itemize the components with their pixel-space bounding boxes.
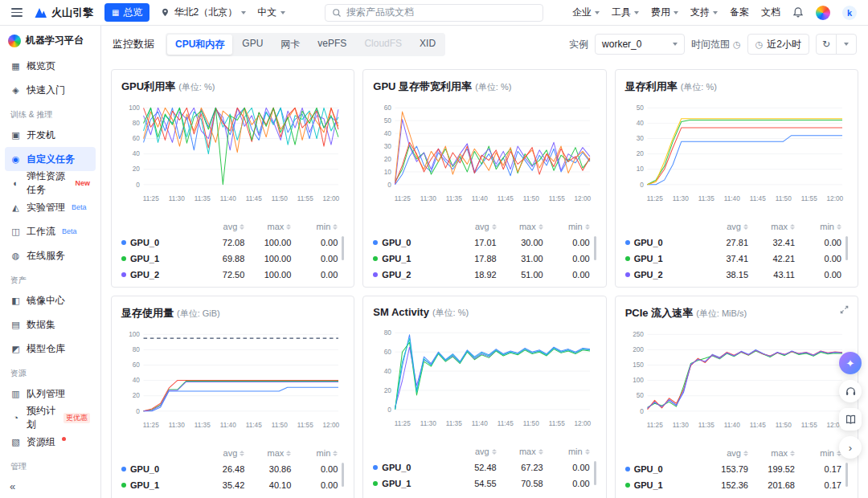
sidebar-item-image-center[interactable]: ◧镜像中心 (5, 288, 96, 312)
region-selector[interactable]: 华北2（北京） (161, 6, 246, 19)
tab-网卡[interactable]: 网卡 (272, 35, 308, 55)
chart-canvas[interactable]: 02040608010011:2511:3011:3511:4011:4511:… (121, 97, 344, 214)
legend-scrollbar[interactable] (342, 463, 344, 487)
handbook-button[interactable] (839, 408, 862, 431)
sidebar-item-queue[interactable]: ▥队列管理 (5, 382, 96, 406)
chart-canvas[interactable]: 05010015020025011:2511:3011:3511:4011:45… (625, 324, 848, 441)
customer-service-button[interactable] (839, 380, 862, 402)
search-input[interactable]: 搜索产品或文档 (325, 4, 543, 22)
legend-scrollbar[interactable] (594, 461, 596, 485)
brand-logo[interactable]: 火山引擎 (34, 6, 93, 20)
nav-link-备案[interactable]: 备案 (730, 6, 749, 19)
tab-CPU和内存[interactable]: CPU和内存 (167, 35, 232, 55)
legend-value: 72.08 (198, 238, 244, 247)
dev-machine-icon: ▣ (10, 130, 21, 141)
legend-sort-avg[interactable]: avg (450, 447, 497, 456)
tab-GPU[interactable]: GPU (234, 35, 271, 55)
legend-row[interactable]: GPU_117.8831.000.00 (373, 251, 589, 267)
chart-canvas[interactable]: 010203040506011:2511:3011:3511:4011:4511… (373, 97, 596, 214)
legend-scrollbar[interactable] (845, 236, 848, 260)
collapse-sidebar-icon[interactable]: « (10, 480, 15, 492)
legend-row[interactable]: GPU_072.08100.000.00 (121, 235, 338, 251)
sidebar-item-dev-machine[interactable]: ▣开发机 (5, 123, 96, 147)
sidebar-item-custom-task[interactable]: ◉自定义任务 (5, 147, 96, 171)
legend-sort-avg[interactable]: avg (450, 222, 497, 231)
legend-row[interactable]: GPU_026.4830.860.00 (121, 461, 338, 477)
legend-sort-max[interactable]: max (497, 222, 543, 231)
legend-sort-max[interactable]: max (748, 448, 795, 458)
sidebar-item-dataset[interactable]: ▤数据集 (5, 312, 96, 337)
legend-sort-avg[interactable]: avg (702, 448, 748, 458)
legend-row[interactable]: GPU_238.1543.110.00 (625, 267, 841, 283)
y-axis-tick-label: 100 (129, 104, 140, 112)
hamburger-menu-icon[interactable] (11, 8, 23, 17)
nav-menu-工具[interactable]: 工具 (612, 6, 639, 19)
sidebar-item-online-service[interactable]: ◍在线服务 (5, 243, 96, 267)
chevron-down-icon (844, 43, 849, 46)
time-range-chip[interactable]: ◷近2小时 (747, 34, 809, 55)
legend-sort-min[interactable]: min (795, 448, 841, 458)
legend-sort-max[interactable]: max (244, 222, 291, 231)
chart-card: 显存利用率(单位: %)0102030405011:2511:3011:3511… (615, 69, 858, 288)
legend-row[interactable]: GPU_137.4142.210.00 (625, 251, 841, 267)
chart-canvas[interactable]: 02040608011:2511:3011:3511:4011:4511:501… (373, 322, 596, 439)
nav-menu-支持[interactable]: 支持 (690, 6, 718, 19)
legend-row[interactable]: GPU_218.9251.000.00 (373, 267, 589, 283)
sidebar-item-experiment[interactable]: ◭实验管理Beta (5, 195, 96, 219)
sidebar-item-quickstart[interactable]: ◈快速入门 (5, 78, 96, 102)
chart-card: GPU 显存带宽利用率(单位: %)010203040506011:2511:3… (362, 69, 606, 288)
legend-sort-min[interactable]: min (795, 222, 841, 231)
legend-row[interactable]: GPU_027.8132.410.00 (625, 235, 841, 251)
legend-sort-min[interactable]: min (543, 222, 590, 231)
sidebar-item-overview[interactable]: ▦概览页 (5, 54, 96, 78)
legend-row[interactable]: GPU_135.4240.100.00 (121, 477, 338, 493)
chart-canvas[interactable]: 02040608010011:2511:3011:3511:4011:4511:… (121, 324, 344, 441)
legend-row[interactable]: GPU_017.0130.000.00 (373, 235, 589, 251)
legend-row[interactable]: GPU_154.5570.580.00 (373, 476, 589, 492)
nav-link-文档[interactable]: 文档 (761, 6, 780, 19)
legend-sort-avg[interactable]: avg (198, 448, 244, 458)
sidebar-item-model-repo[interactable]: ◩模型仓库 (5, 337, 96, 361)
chart-card: 显存使用量(单位: GiB)02040608010011:2511:3011:3… (111, 296, 354, 498)
sidebar-item-reservation[interactable]: ◔预约计划更优惠 (5, 406, 96, 430)
legend-row[interactable]: GPU_1152.36201.680.17 (625, 477, 841, 493)
tab-XID[interactable]: XID (411, 35, 444, 55)
legend-row[interactable]: GPU_052.4867.230.00 (373, 459, 589, 476)
legend-sort-max[interactable]: max (748, 222, 795, 231)
notification-bell-icon[interactable] (792, 6, 804, 18)
legend-sort-avg[interactable]: avg (702, 222, 748, 231)
legend-row[interactable]: GPU_0153.79199.520.17 (625, 461, 841, 477)
tab-vePFS[interactable]: vePFS (309, 35, 354, 55)
legend-sort-min[interactable]: min (543, 447, 590, 456)
language-selector[interactable]: 中文 (257, 6, 285, 19)
legend-row[interactable]: GPU_272.50100.000.00 (121, 267, 338, 283)
refresh-button[interactable]: ↻ (816, 34, 837, 55)
instance-select[interactable]: worker_0 (595, 34, 685, 55)
legend-sort-min[interactable]: min (291, 222, 338, 231)
legend-sort-max[interactable]: max (497, 447, 543, 456)
tab-monitor-data[interactable]: 监控数据 (113, 37, 154, 51)
refresh-interval-dropdown[interactable] (836, 34, 857, 55)
x-axis-tick-label: 11:40 (723, 422, 739, 429)
user-avatar[interactable]: k (842, 6, 857, 20)
image-center-icon: ◧ (10, 296, 21, 306)
nav-menu-企业[interactable]: 企业 (572, 6, 600, 19)
legend-scrollbar[interactable] (594, 236, 596, 260)
expand-panel-button[interactable]: › (839, 436, 862, 459)
ai-assistant-button[interactable]: ✦ (839, 352, 862, 374)
sidebar-item-workflow[interactable]: ◫工作流Beta (5, 219, 96, 243)
nav-menu-费用[interactable]: 费用 (651, 6, 678, 19)
legend-sort-max[interactable]: max (244, 448, 291, 458)
legend-sort-avg[interactable]: avg (198, 222, 244, 231)
legend-scrollbar[interactable] (342, 236, 344, 260)
legend-row[interactable]: GPU_169.88100.000.00 (121, 251, 338, 267)
chart-canvas[interactable]: 0102030405011:2511:3011:3511:4011:4511:5… (625, 97, 848, 214)
legend-scrollbar[interactable] (845, 463, 848, 487)
legend-sort-min[interactable]: min (291, 448, 338, 458)
legend-value: 26.48 (198, 464, 244, 474)
sidebar-item-elastic-task[interactable]: ◐弹性资源任务New (5, 171, 96, 195)
overview-nav-button[interactable]: ▦ 总览 (104, 3, 149, 22)
expand-chart-icon[interactable] (839, 304, 850, 317)
console-apps-icon[interactable] (816, 6, 830, 20)
sidebar-item-resource-group[interactable]: ▧资源组 (5, 430, 96, 454)
